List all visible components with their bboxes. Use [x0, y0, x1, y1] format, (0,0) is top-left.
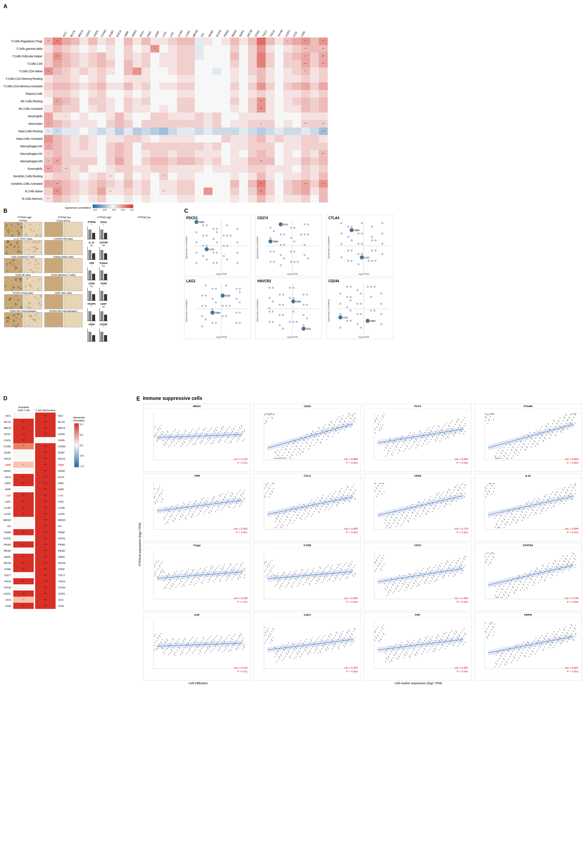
scatter-point	[340, 222, 343, 224]
scatter-e-point	[574, 636, 575, 638]
scatter-e-point	[287, 585, 288, 586]
svg-point-28	[39, 235, 41, 237]
heatmap-cell	[239, 75, 248, 83]
heatmap-cell: ***	[44, 68, 53, 75]
col1-cell: ***	[13, 554, 34, 560]
heatmap-cell	[204, 158, 213, 165]
scatter-point	[351, 249, 353, 252]
heatmap-cell	[97, 120, 106, 127]
scatter-e-point	[355, 574, 355, 575]
scatter-e-point	[241, 425, 242, 426]
scatter-point	[303, 294, 304, 295]
scatter-e-point	[388, 655, 389, 657]
heatmap-grid: ****************************************…	[44, 37, 328, 202]
heatmap-cell	[124, 53, 133, 60]
scatter-e-point	[386, 653, 386, 654]
heatmap-cell	[177, 60, 186, 68]
scatter-e-point	[207, 647, 208, 648]
scatter-e-point	[405, 517, 406, 518]
scatter-e-point	[415, 572, 417, 573]
scatter-e-point	[378, 423, 378, 424]
scatter-e-point	[335, 635, 335, 636]
scatter-e-point	[230, 563, 231, 564]
scatter-e-point	[348, 629, 349, 630]
scatter-e-point	[202, 571, 204, 572]
scatter-e-title: FUT4	[364, 404, 471, 409]
heatmap-cell: **	[53, 97, 62, 105]
heatmap-cell	[186, 45, 195, 53]
scatter-e-point	[274, 586, 275, 587]
scatter-e-point	[562, 572, 563, 573]
heatmap-cell	[310, 158, 319, 165]
scatter-e-point	[173, 431, 174, 432]
scatter-e-point	[504, 595, 504, 596]
scatter-e-point	[168, 446, 170, 447]
scatter-e-point	[294, 512, 295, 513]
cor-value: cor = 0.379	[344, 666, 358, 670]
cancer-label-right: LUAD	[57, 505, 65, 511]
scatter-e-point	[558, 420, 558, 421]
scatter-e-point	[212, 507, 213, 508]
scatter-e-point	[504, 659, 504, 660]
scatter-e-point	[310, 446, 311, 447]
scatter-e-point	[505, 453, 507, 455]
scatter-e-point	[418, 442, 420, 443]
heatmap-cell	[266, 143, 275, 150]
heatmap-cell	[97, 60, 106, 68]
scatter-e-point	[491, 494, 492, 495]
heatmap-cell	[159, 53, 168, 60]
heatmap-cell	[124, 143, 133, 150]
heatmap-cell	[106, 120, 115, 127]
scatter-point	[211, 298, 214, 300]
scatter-e-point	[509, 524, 510, 526]
heatmap-cell	[248, 165, 257, 173]
scatter-e-point	[403, 450, 405, 452]
scatter-point	[280, 233, 282, 236]
scatter-e-point	[502, 653, 503, 654]
scatter-plot-e-tam: TAMcor = 0.392P < 0.001	[143, 473, 251, 542]
heatmap-cell	[177, 165, 186, 173]
cancer-label: COAD	[3, 443, 12, 449]
scatter-e-point	[511, 458, 512, 459]
scatter-e-point	[174, 572, 175, 573]
heatmap-cell	[115, 75, 124, 83]
scatter-plot-e-cd72: CD72cor = 0.494P < 0.001	[364, 543, 471, 611]
heatmap-cell	[301, 143, 310, 150]
scatter-e-point	[349, 413, 350, 415]
bar-low	[104, 294, 107, 300]
scatter-e-point	[465, 557, 466, 558]
scatter-point	[201, 305, 203, 307]
p-value: P < 0.001	[455, 670, 468, 673]
svg-point-54	[33, 250, 36, 253]
scatter-e-point	[415, 580, 416, 581]
t-cell-dysfunction-col: T cell Dysfunction**********************…	[35, 402, 56, 609]
scatter-point	[303, 324, 304, 326]
scatter-point	[195, 241, 198, 244]
heatmap-cell	[177, 45, 186, 53]
scatter-e-point	[501, 453, 502, 454]
scatter-point	[206, 224, 208, 226]
scatter-e-point	[210, 443, 211, 444]
scatter-e-point	[375, 491, 376, 492]
scatter-point	[293, 251, 295, 252]
svg-point-17	[26, 236, 28, 237]
scatter-e-point	[154, 497, 155, 498]
svg-point-65	[13, 263, 14, 264]
scatter-e-point	[529, 648, 530, 649]
heatmap-cell	[133, 135, 142, 143]
scatter-e-point	[511, 589, 512, 590]
scatter-e-point	[320, 651, 321, 652]
heatmap-cell	[168, 150, 177, 158]
scatter-e-point	[220, 431, 221, 432]
heatmap-cell	[275, 187, 284, 195]
heatmap-cell	[133, 150, 142, 158]
heatmap-cell	[115, 135, 124, 143]
col2-cell: ***	[35, 449, 56, 456]
svg-point-4	[18, 235, 20, 236]
panel-a-label: A	[3, 3, 310, 10]
svg-point-29	[33, 230, 35, 232]
scatter-e-point	[485, 631, 486, 632]
scatter-e-point	[217, 635, 217, 636]
scatter-plot-e-itgam: ITGAMcor = 0.863P < 0.001	[474, 404, 582, 472]
scatter-e-point	[316, 439, 318, 440]
